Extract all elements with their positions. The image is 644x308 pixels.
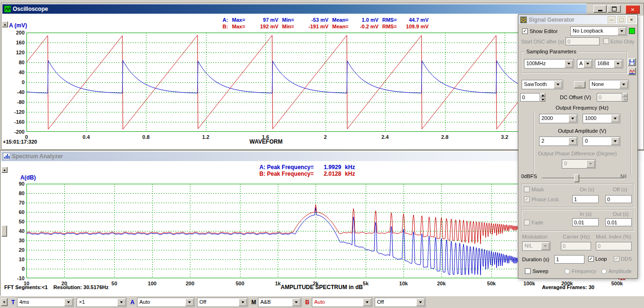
waveform-library-button[interactable] xyxy=(628,68,636,75)
spectrum-stats-a: A: Peak Frequency=1.9929kHz xyxy=(259,164,355,171)
dbfs-label: 0dBFS xyxy=(521,173,537,179)
minimize-button[interactable] xyxy=(593,5,607,13)
y-tick-label: 80 xyxy=(5,190,25,196)
save-button[interactable] xyxy=(628,58,636,66)
chevron-down-icon[interactable] xyxy=(611,115,619,122)
mask-wave-select[interactable]: None xyxy=(589,80,629,89)
sweep-amplitude-radio[interactable] xyxy=(601,269,607,274)
check-mark: ✓ xyxy=(523,28,527,34)
signal-generator-titlebar[interactable]: Signal Generator — ✕ xyxy=(519,15,637,24)
channel-b-range-select[interactable]: Auto xyxy=(312,298,372,307)
x-tick-label: 10 xyxy=(17,281,36,286)
x-tick-label: 1.2 xyxy=(197,134,215,140)
chevron-down-icon[interactable] xyxy=(584,60,592,68)
duration-field[interactable]: 1 xyxy=(554,255,584,264)
dialog-maximize-button[interactable] xyxy=(618,16,626,23)
chevron-down-icon[interactable] xyxy=(618,27,626,35)
y-tick-label: -10 xyxy=(5,275,25,281)
scope-scroll-up-button[interactable]: ▲ xyxy=(2,21,8,27)
output-frequency-b-select[interactable]: 1000 xyxy=(583,114,620,123)
sampling-bits-select[interactable]: 16Bit xyxy=(595,59,623,68)
chevron-down-icon[interactable] xyxy=(416,299,425,306)
chevron-down-icon[interactable] xyxy=(568,115,577,122)
fade-checkbox[interactable] xyxy=(524,220,530,225)
dc-offset-b-spinner[interactable] xyxy=(622,93,627,102)
wave-type-select[interactable]: SawTooth xyxy=(522,80,563,89)
more-button[interactable]: ... xyxy=(574,81,585,88)
dds-checkbox[interactable]: ✓ xyxy=(614,256,619,262)
math-mode-select[interactable]: A&B xyxy=(258,298,301,307)
chevron-down-icon[interactable] xyxy=(363,299,371,306)
fade-in-field[interactable]: 0.01 xyxy=(572,218,599,226)
chevron-down-icon[interactable] xyxy=(541,242,550,250)
dc-offset-a-field[interactable]: 0 xyxy=(520,93,540,102)
loopback-select[interactable]: No Loopback xyxy=(570,26,627,36)
dialog-minimize-button[interactable]: — xyxy=(608,16,616,23)
output-amplitude-b-select[interactable]: 0 xyxy=(583,137,620,146)
echo-only-checkbox[interactable] xyxy=(603,38,609,44)
close-button[interactable]: ✕ xyxy=(626,5,640,14)
carrier-field[interactable]: 0 xyxy=(561,242,591,250)
output-phase-select[interactable]: 0 xyxy=(562,159,596,169)
start-osc-after-field[interactable]: 0 xyxy=(566,37,600,45)
zoom-select[interactable]: ×1 xyxy=(77,298,127,307)
sampling-channel-select[interactable]: A xyxy=(577,59,593,68)
amplitude-slider-track[interactable] xyxy=(542,178,623,179)
spectrum-scroll-up-button[interactable]: ▲ xyxy=(1,167,8,173)
fade-out-field[interactable]: 0.01 xyxy=(605,218,632,226)
y-tick-label: 0 xyxy=(5,266,25,272)
channel-a-range-select[interactable]: Auto xyxy=(137,298,195,307)
loop-checkbox[interactable]: ✓ xyxy=(588,256,594,262)
y-tick-label: 70 xyxy=(5,200,25,205)
chevron-down-icon[interactable] xyxy=(586,160,595,168)
mask-on-field[interactable]: 1 xyxy=(572,195,599,203)
sampling-rate-select[interactable]: 100MHz xyxy=(524,59,574,68)
channel-a-mode-select[interactable]: Off xyxy=(197,298,248,307)
mod-index-field[interactable]: 0 xyxy=(596,242,632,250)
sweep-time-select[interactable]: 4ms xyxy=(17,298,74,307)
fade-out-label: Out (s) xyxy=(613,211,629,217)
restore-button[interactable] xyxy=(608,5,621,13)
sweep-checkbox[interactable] xyxy=(525,268,531,274)
y-tick-label: 30 xyxy=(5,238,25,243)
signal-generator-icon xyxy=(520,17,527,23)
sweep-frequency-radio[interactable] xyxy=(565,269,570,274)
chevron-down-icon[interactable] xyxy=(239,299,247,306)
close-icon: ✕ xyxy=(631,7,635,12)
scope-stats-b: B:Max=192 mVMin=-191 mVMean=-0.2 mVRMS=1… xyxy=(223,24,432,30)
chevron-down-icon[interactable] xyxy=(292,299,301,306)
amplitude-slider-thumb[interactable] xyxy=(574,174,579,182)
oscilloscope-titlebar[interactable]: Oscilloscope xyxy=(2,4,587,14)
dc-offset-b-field[interactable]: 0 xyxy=(597,93,622,102)
modulation-label: Modulation xyxy=(522,234,548,240)
chevron-down-icon[interactable] xyxy=(64,299,73,306)
chevron-down-icon[interactable] xyxy=(185,299,194,306)
mask-checkbox[interactable] xyxy=(524,187,530,192)
output-amplitude-a-select[interactable]: 2 xyxy=(539,137,578,146)
mask-off-field[interactable]: 0 xyxy=(605,195,632,203)
chevron-down-icon[interactable] xyxy=(554,81,562,88)
sweep-frequency-label: Frequency xyxy=(572,268,596,274)
spectrum-stats-b: B: Peak Frequency=2.0128kHz xyxy=(259,171,355,177)
phase-lock-checkbox[interactable]: ✓ xyxy=(524,197,530,202)
chevron-down-icon[interactable] xyxy=(565,60,573,68)
y-tick-label: 20 xyxy=(5,247,25,253)
check-mark: ✓ xyxy=(615,256,618,261)
dc-offset-a-spinner[interactable] xyxy=(540,93,545,102)
show-editor-checkbox[interactable]: ✓ xyxy=(522,28,528,34)
spectrum-y-axis-label: A(dB) xyxy=(20,174,36,181)
toolbar-scroll-down-button[interactable]: ▼ xyxy=(1,298,8,306)
modulation-select[interactable]: NIL xyxy=(522,241,550,251)
chevron-down-icon[interactable] xyxy=(619,81,628,88)
chevron-down-icon[interactable] xyxy=(611,137,619,145)
dialog-close-button[interactable]: ✕ xyxy=(627,16,635,23)
chevron-down-icon[interactable] xyxy=(117,299,126,306)
channel-b-mode-select[interactable]: Off xyxy=(375,298,426,307)
channel-b-prefix: B xyxy=(305,299,309,306)
y-tick-label: -200 xyxy=(5,129,25,135)
chevron-down-icon[interactable] xyxy=(614,60,622,68)
output-frequency-a-select[interactable]: 2000 xyxy=(539,114,578,123)
chevron-down-icon[interactable] xyxy=(568,137,577,145)
bottom-toolbar: ▼ T 4ms ×1 A Auto Off M A&B B Auto Off xyxy=(0,296,644,308)
oscilloscope-icon xyxy=(4,6,11,12)
